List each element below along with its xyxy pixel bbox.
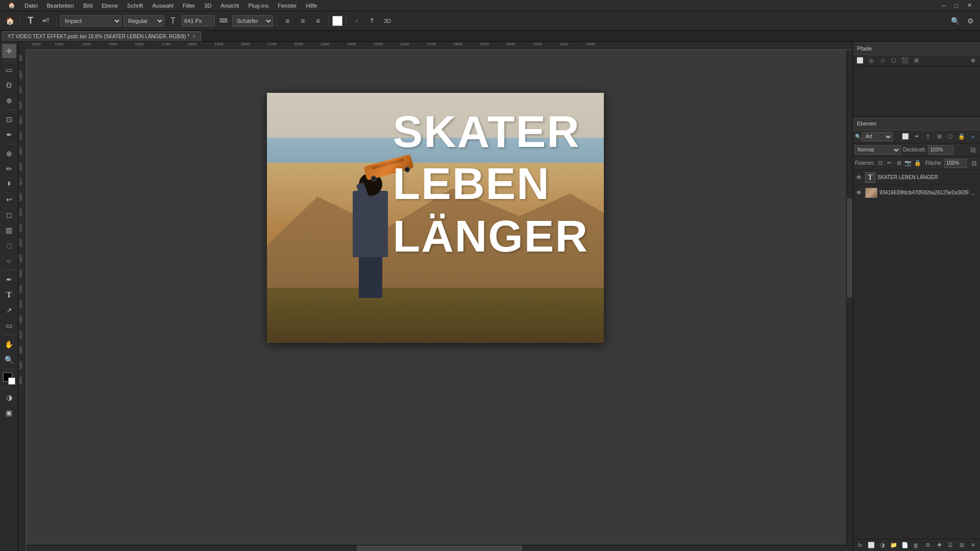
- flaech-chain[interactable]: ⛓: [971, 159, 978, 168]
- panel-close-btn[interactable]: ✕: [968, 540, 978, 550]
- menu-hilfe[interactable]: Hilfe: [302, 2, 321, 10]
- anti-alias-btn[interactable]: ↕: [350, 14, 363, 28]
- menu-schrift[interactable]: Schrift: [123, 2, 147, 10]
- menu-filter[interactable]: Filter: [179, 2, 199, 10]
- opacity-chain[interactable]: ⛓: [968, 145, 978, 155]
- foreground-color[interactable]: [2, 371, 16, 386]
- menu-auswahl[interactable]: Auswahl: [148, 2, 178, 10]
- font-style-select[interactable]: Regular: [124, 15, 164, 27]
- menu-ansicht[interactable]: Ansicht: [216, 2, 243, 10]
- clone-tool[interactable]: 🖈: [2, 177, 16, 191]
- filter-icon-3[interactable]: T: [923, 132, 933, 141]
- pfade-header[interactable]: Pfade: [853, 42, 980, 55]
- eraser-tool[interactable]: ◻: [2, 208, 16, 222]
- zoom-tool[interactable]: 🔍: [2, 353, 16, 367]
- filter-icon-plus[interactable]: +: [968, 132, 978, 141]
- pen-tool[interactable]: ✒: [2, 272, 16, 287]
- pfade-icon-add[interactable]: ⊕: [968, 56, 978, 65]
- layer-visibility-image[interactable]: 👁: [855, 189, 863, 197]
- add-adjustment-btn[interactable]: ◑: [877, 540, 888, 550]
- shape-tool[interactable]: ▭: [2, 318, 16, 333]
- sharpness-select[interactable]: Schärfer: [232, 15, 273, 27]
- scrollbar-v-thumb[interactable]: [847, 198, 852, 297]
- filter-icon-4[interactable]: ⊞: [934, 132, 944, 141]
- menu-fenster[interactable]: Fenster: [274, 2, 301, 10]
- fx-btn[interactable]: fx: [855, 540, 865, 550]
- filter-type-select[interactable]: Art: [862, 132, 893, 141]
- ebenen-header[interactable]: Ebenen: [853, 117, 980, 130]
- panel-settings-btn[interactable]: ⚙: [923, 540, 933, 550]
- hand-tool[interactable]: ✋: [2, 337, 16, 352]
- filter-icon-6[interactable]: 🔒: [957, 132, 967, 141]
- 3d-btn[interactable]: 3D: [381, 14, 394, 28]
- history-brush-tool[interactable]: ↩: [2, 192, 16, 207]
- menu-bearbeiten[interactable]: Bearbeiten: [43, 2, 78, 10]
- brush-tool[interactable]: ✏: [2, 162, 16, 176]
- paragraph-btn[interactable]: ¶: [365, 14, 379, 28]
- quick-select-tool[interactable]: ⊕: [2, 93, 16, 108]
- window-maximize[interactable]: □: [950, 2, 962, 10]
- warp-text-btn[interactable]: ⌨: [217, 14, 230, 28]
- menu-ebene[interactable]: Ebene: [97, 2, 122, 10]
- add-group-btn[interactable]: 📁: [889, 540, 899, 550]
- home-btn[interactable]: 🏠: [3, 14, 16, 28]
- opacity-input[interactable]: [928, 145, 953, 155]
- dodge-tool[interactable]: ○: [2, 254, 16, 268]
- font-size-input[interactable]: [182, 15, 215, 27]
- pfade-icon-1[interactable]: ⬜: [855, 56, 865, 65]
- eyedropper-tool[interactable]: ✒: [2, 128, 16, 142]
- scrollbar-horizontal[interactable]: [27, 545, 852, 551]
- align-left-btn[interactable]: ≡: [281, 14, 294, 28]
- filter-icon-1[interactable]: ⬜: [900, 132, 911, 141]
- settings-btn[interactable]: ⚙: [964, 14, 977, 28]
- layer-visibility-text[interactable]: 👁: [855, 173, 863, 182]
- lock-close-btn[interactable]: 🔒: [914, 159, 921, 168]
- add-mask-btn[interactable]: ⬜: [866, 540, 876, 550]
- lasso-tool[interactable]: ʘ: [2, 78, 16, 92]
- filter-icon-5[interactable]: ⬡: [945, 132, 955, 141]
- pfade-icon-5[interactable]: ⬛: [900, 56, 910, 65]
- screen-mode-btn[interactable]: ▣: [2, 406, 16, 420]
- crop-tool[interactable]: ⊡: [2, 112, 16, 127]
- menu-datei[interactable]: Datei: [20, 2, 42, 10]
- font-family-select[interactable]: Impact: [60, 15, 121, 27]
- pfade-icon-3[interactable]: ◇: [877, 56, 888, 65]
- menu-bild[interactable]: Bild: [79, 2, 96, 10]
- pfade-icon-6[interactable]: ⊞: [911, 56, 921, 65]
- text-color-swatch[interactable]: [332, 16, 342, 26]
- window-minimize[interactable]: ─: [938, 2, 950, 10]
- flaech-input[interactable]: [944, 159, 967, 168]
- move-tool[interactable]: ✛: [2, 44, 16, 58]
- layer-row-image[interactable]: 👁 93416639fdcb470592ba26125e2a3639 Kopie: [853, 185, 980, 201]
- gradient-tool[interactable]: ▥: [2, 223, 16, 237]
- lock-pixel-btn[interactable]: ⊡: [876, 159, 884, 168]
- canvas-area[interactable]: 1200 1300 1400 1500 1600 1700 1800 1900 …: [18, 42, 852, 551]
- blur-tool[interactable]: ◌: [2, 238, 16, 253]
- blend-mode-select[interactable]: Normal: [855, 145, 901, 155]
- pfade-icon-2[interactable]: ◎: [866, 56, 876, 65]
- quick-mask-btn[interactable]: ◑: [2, 390, 16, 405]
- spot-heal-tool[interactable]: ⊗: [2, 146, 16, 161]
- lock-artboard-btn[interactable]: ⊞: [895, 159, 902, 168]
- marquee-tool[interactable]: ▭: [2, 63, 16, 77]
- menu-home[interactable]: 🏠: [4, 1, 19, 10]
- panel-new-btn[interactable]: ✚: [934, 540, 944, 550]
- tab-close-btn[interactable]: ×: [192, 34, 195, 39]
- menu-plugins[interactable]: Plug-ins: [244, 2, 273, 10]
- text-tool[interactable]: T: [2, 288, 16, 302]
- text-tool-btn[interactable]: T: [24, 14, 37, 28]
- search-btn[interactable]: 🔍: [948, 14, 962, 28]
- pfade-icon-4[interactable]: ⬡: [889, 56, 899, 65]
- path-select-tool[interactable]: ↗: [2, 303, 16, 317]
- scrollbar-vertical[interactable]: [846, 50, 852, 545]
- scrollbar-h-thumb[interactable]: [357, 545, 522, 551]
- filter-icon-2[interactable]: ✒: [912, 132, 922, 141]
- panel-list-btn[interactable]: ☰: [945, 540, 955, 550]
- align-center-btn[interactable]: ≡: [296, 14, 309, 28]
- lock-pos-btn[interactable]: ✏: [886, 159, 893, 168]
- lock-all-btn[interactable]: 📷: [904, 159, 912, 168]
- window-close[interactable]: ✕: [963, 1, 976, 10]
- menu-3d[interactable]: 3D: [200, 2, 215, 10]
- text-orient-btn[interactable]: ⇄T: [39, 14, 53, 28]
- document-tab[interactable]: YT VIDEO TEXT EFFEKT.psdc bei 18,8% (SKA…: [2, 31, 201, 41]
